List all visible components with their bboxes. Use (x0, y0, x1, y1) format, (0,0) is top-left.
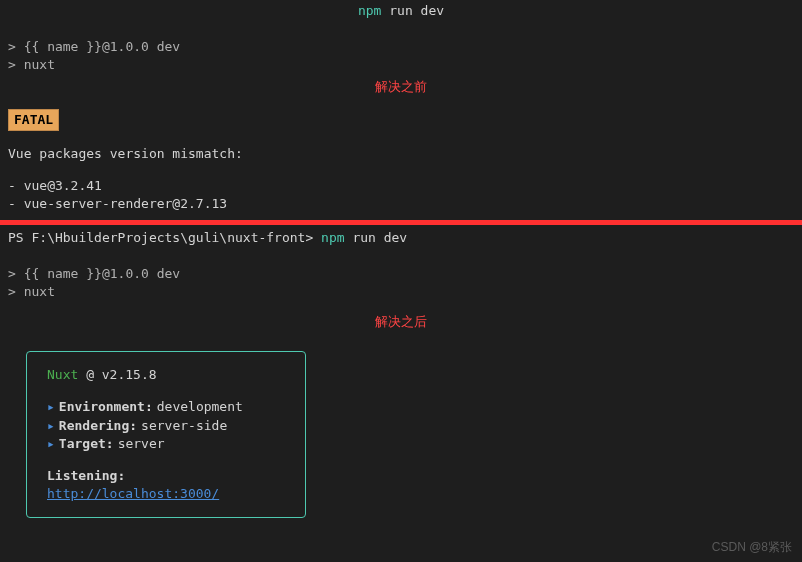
dev-line-2: > {{ name }}@1.0.0 dev (8, 265, 802, 283)
mismatch-title: Vue packages version mismatch: (8, 145, 802, 163)
render-value: server-side (141, 417, 227, 435)
status-block: i Initial build may take a while √ Build… (0, 540, 802, 562)
annotation-after: 解决之后 (0, 301, 802, 333)
render-label: Rendering: (59, 417, 137, 435)
cmd-npm: npm (313, 230, 344, 245)
fatal-badge: FATAL (8, 109, 59, 131)
nuxt-line: > nuxt (8, 56, 802, 74)
arrow-icon: ▸ (47, 417, 55, 435)
output-block-1: > {{ name }}@1.0.0 dev > nuxt (0, 34, 802, 74)
cmd-args: run dev (345, 230, 408, 245)
target-value: server (118, 435, 165, 453)
nuxt-line-2: > nuxt (8, 283, 802, 301)
output-block-2: > {{ name }}@1.0.0 dev > nuxt (0, 261, 802, 301)
annotation-before: 解决之前 (0, 75, 802, 99)
ps-path: PS F:\HbuilderProjects\guli\nuxt-front> (8, 230, 313, 245)
env-label: Environment: (59, 398, 153, 416)
pkg-vue: - vue@3.2.41 (8, 177, 802, 195)
pkg-vue-server-renderer: - vue-server-renderer@2.7.13 (8, 195, 802, 213)
dev-line: > {{ name }}@1.0.0 dev (8, 38, 802, 56)
nuxt-version: @ v2.15.8 (78, 367, 156, 382)
target-label: Target: (59, 435, 114, 453)
top-command: npm run dev (0, 0, 802, 20)
nuxt-name: Nuxt (47, 367, 78, 382)
listening-label: Listening: (47, 468, 125, 483)
arrow-icon: ▸ (47, 398, 55, 416)
npm-text: npm (358, 3, 381, 18)
watermark: CSDN @8紧张 (712, 539, 792, 556)
env-value: development (157, 398, 243, 416)
npm-args: run dev (381, 3, 444, 18)
listening-url[interactable]: http://localhost:3000/ (47, 486, 219, 501)
error-block: Vue packages version mismatch: - vue@3.2… (0, 141, 802, 214)
arrow-icon: ▸ (47, 435, 55, 453)
nuxt-info-box: Nuxt @ v2.15.8 ▸ Environment: developmen… (26, 351, 306, 518)
prompt-line[interactable]: PS F:\HbuilderProjects\guli\nuxt-front> … (0, 225, 802, 247)
